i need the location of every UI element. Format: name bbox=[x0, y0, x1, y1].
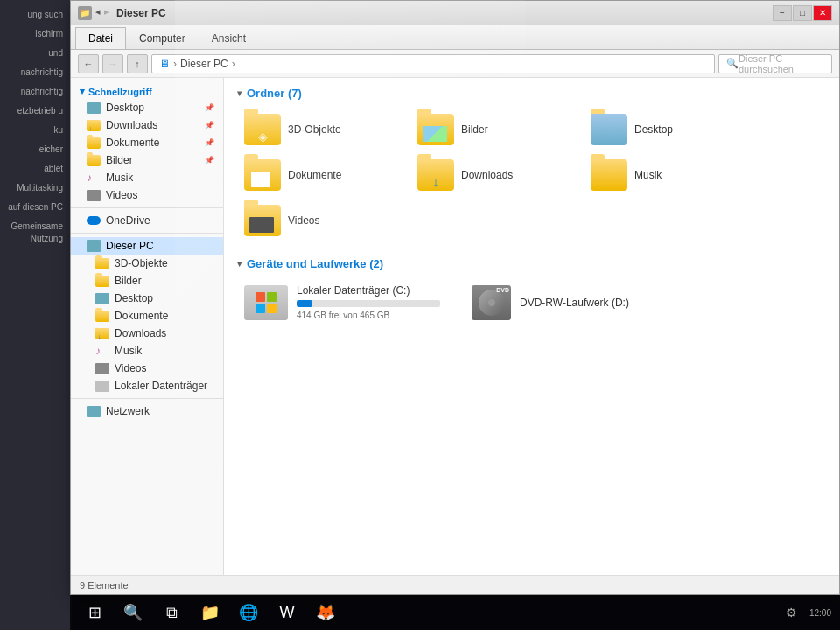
sidebar-item-lokaler[interactable]: Lokaler Datenträger bbox=[71, 377, 223, 395]
sidebar-item-netzwerk[interactable]: Netzwerk bbox=[71, 402, 223, 420]
folder-item-desktop[interactable]: Desktop bbox=[584, 110, 750, 149]
win-logo-blue bbox=[256, 304, 265, 313]
left-background-panel: ung such lschirm und nachrichtig nachric… bbox=[0, 0, 72, 630]
bg-text-nutzung: Gemeinsame Nutzung bbox=[4, 220, 67, 245]
sidebar-item-onedrive[interactable]: OneDrive bbox=[71, 212, 223, 229]
dokumente-pc-icon bbox=[95, 311, 109, 322]
desktop-pc-icon bbox=[95, 293, 109, 304]
quick-access-label: Schnellzugriff bbox=[88, 87, 152, 97]
ordner-section-header[interactable]: Ordner (7) bbox=[237, 87, 826, 100]
explorer-window: 📁 ◂ ▸ Dieser PC − □ ✕ Datei Computer Ans… bbox=[70, 0, 840, 595]
sidebar-item-dokumente-pc[interactable]: Dokumente bbox=[71, 307, 223, 325]
sidebar-item-musik-quick[interactable]: ♪ Musik bbox=[71, 169, 223, 186]
folder-item-dokumente[interactable]: Dokumente bbox=[237, 156, 403, 194]
taskbar-firefox-button[interactable]: 🦊 bbox=[310, 599, 341, 626]
dokumente-icon bbox=[87, 137, 101, 149]
window-icon: 📁 bbox=[78, 6, 92, 20]
netzwerk-label: Netzwerk bbox=[106, 405, 150, 417]
folder-item-3dobjekte[interactable]: 3D-Objekte bbox=[237, 110, 403, 149]
sidebar-item-musik-pc[interactable]: ♪ Musik bbox=[71, 342, 223, 360]
folder-item-videos[interactable]: Videos bbox=[237, 201, 403, 240]
musik-folder-name: Musik bbox=[634, 169, 662, 181]
nav-separator: › bbox=[173, 58, 177, 70]
geraete-section-header[interactable]: Geräte und Laufwerke (2) bbox=[237, 257, 826, 270]
sidebar-quick-access-header[interactable]: ▾ Schnellzugriff bbox=[71, 82, 223, 99]
taskbar-explorer-button[interactable]: 📁 bbox=[194, 599, 226, 626]
bilder-folder-icon bbox=[417, 114, 454, 145]
pin-icon4: 📌 bbox=[205, 156, 214, 164]
sidebar-item-videos-pc[interactable]: Videos bbox=[71, 360, 223, 377]
ribbon: Datei Computer Ansicht bbox=[71, 25, 839, 50]
dvd-label: DVD bbox=[496, 287, 509, 293]
dokumente-folder-name: Dokumente bbox=[288, 169, 341, 181]
divider2 bbox=[71, 233, 223, 234]
tab-datei[interactable]: Datei bbox=[75, 27, 126, 49]
sidebar-item-3dobjekte[interactable]: 3D-Objekte bbox=[71, 255, 223, 272]
tab-computer[interactable]: Computer bbox=[126, 27, 199, 49]
hdd-small-icon bbox=[95, 381, 109, 392]
videos-folder-icon bbox=[244, 205, 281, 236]
dvd-info: DVD-RW-Laufwerk (D:) bbox=[520, 297, 668, 309]
ordner-section-label: Ordner (7) bbox=[247, 87, 302, 100]
bg-text-nach1: nachrichtig bbox=[4, 66, 67, 79]
taskbar-settings-icon[interactable]: ⚙ bbox=[783, 604, 801, 621]
nav-back-small[interactable]: ◂ bbox=[95, 6, 101, 20]
musik-pc-label: Musik bbox=[115, 345, 142, 357]
maximize-button[interactable]: □ bbox=[793, 5, 812, 21]
bg-text-search: ung such bbox=[4, 9, 67, 21]
downloads-label: Downloads bbox=[106, 119, 158, 131]
sidebar: ▾ Schnellzugriff Desktop 📌 ↓ Downloads 📌… bbox=[71, 78, 224, 575]
address-bar[interactable]: 🖥 › Dieser PC › bbox=[151, 54, 715, 74]
tab-ansicht[interactable]: Ansicht bbox=[199, 27, 259, 49]
close-button[interactable]: ✕ bbox=[813, 5, 832, 21]
sidebar-item-dieser-pc[interactable]: Dieser PC bbox=[71, 237, 223, 255]
bg-text-und: und bbox=[4, 47, 67, 60]
desktop-pc-label: Desktop bbox=[115, 292, 153, 304]
nav-fwd-small: ▸ bbox=[104, 6, 109, 20]
musik-pc-icon: ♪ bbox=[95, 345, 109, 357]
desktop-folder-icon bbox=[591, 114, 627, 145]
musik-icon: ♪ bbox=[87, 172, 101, 184]
up-button[interactable]: ↑ bbox=[127, 54, 148, 74]
device-item-d[interactable]: DVD DVD-RW-Laufwerk (D:) bbox=[465, 281, 675, 324]
sidebar-item-downloads-quick[interactable]: ↓ Downloads 📌 bbox=[71, 116, 223, 134]
title-bar: 📁 ◂ ▸ Dieser PC − □ ✕ bbox=[71, 1, 839, 25]
taskbar-start-button[interactable]: ⊞ bbox=[79, 599, 110, 626]
bg-text-pc: auf diesen PC bbox=[4, 201, 67, 214]
sidebar-item-downloads-pc[interactable]: ↓ Downloads bbox=[71, 325, 223, 342]
folder-item-musik[interactable]: Musik bbox=[584, 156, 750, 194]
divider3 bbox=[71, 398, 223, 399]
dvd-name: DVD-RW-Laufwerk (D:) bbox=[520, 297, 668, 309]
forward-button[interactable]: → bbox=[102, 54, 123, 74]
desktop-label: Desktop bbox=[106, 102, 144, 114]
videos-pc-label: Videos bbox=[115, 362, 146, 374]
bg-text-netz: etzbetrieb u bbox=[4, 105, 67, 117]
3dobjekte-icon bbox=[95, 258, 109, 270]
dokumente-label: Dokumente bbox=[106, 136, 159, 149]
folder-item-downloads[interactable]: Downloads bbox=[410, 156, 577, 194]
dvd-disc bbox=[479, 290, 505, 316]
sidebar-item-bilder-pc[interactable]: Bilder bbox=[71, 272, 223, 290]
minimize-button[interactable]: − bbox=[773, 5, 792, 21]
taskbar-edge-button[interactable]: 🌐 bbox=[233, 599, 264, 626]
sidebar-item-dokumente-quick[interactable]: Dokumente 📌 bbox=[71, 134, 223, 151]
taskbar-task-view-button[interactable]: ⧉ bbox=[156, 599, 187, 626]
bg-text-multi: Multitasking bbox=[4, 182, 67, 194]
dvd-icon: DVD bbox=[472, 285, 511, 320]
sidebar-item-desktop-pc[interactable]: Desktop bbox=[71, 290, 223, 307]
sidebar-item-videos-quick[interactable]: Videos bbox=[71, 186, 223, 204]
netzwerk-icon bbox=[87, 406, 101, 417]
search-box[interactable]: 🔍 Dieser PC durchsuchen bbox=[718, 54, 832, 74]
taskbar-word-button[interactable]: W bbox=[271, 599, 303, 626]
pin-icon: 📌 bbox=[205, 103, 214, 112]
pin-icon2: 📌 bbox=[205, 121, 214, 130]
window-title: Dieser PC bbox=[116, 7, 773, 19]
sidebar-item-desktop[interactable]: Desktop 📌 bbox=[71, 99, 223, 116]
folder-item-bilder[interactable]: Bilder bbox=[410, 110, 577, 149]
sidebar-item-bilder-quick[interactable]: Bilder 📌 bbox=[71, 151, 223, 169]
back-button[interactable]: ← bbox=[78, 54, 99, 74]
bg-text-nach2: nachrichtig bbox=[4, 86, 67, 98]
device-item-c[interactable]: Lokaler Datenträger (C:) 414 GB frei von… bbox=[237, 281, 447, 324]
taskbar-right: ⚙ 12:00 bbox=[783, 604, 831, 621]
taskbar-search-button[interactable]: 🔍 bbox=[117, 599, 149, 626]
